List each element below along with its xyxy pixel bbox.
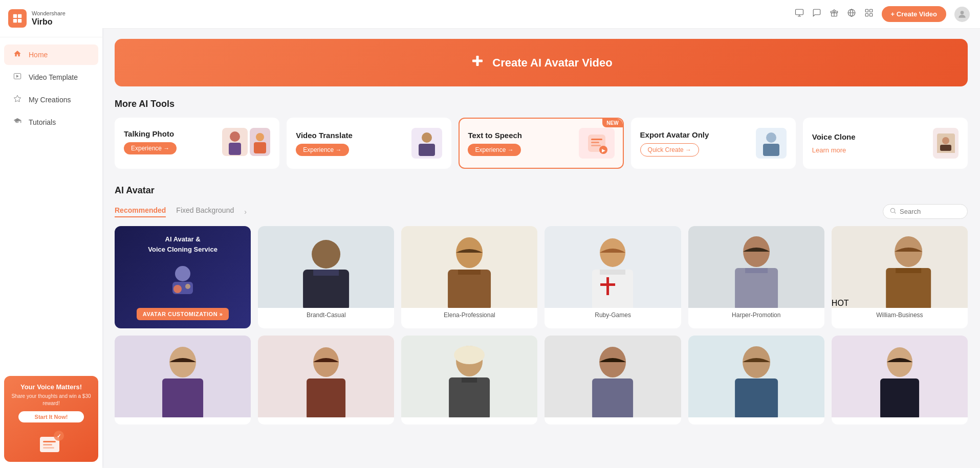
voice-clone-learn-more[interactable]: Learn more [812,146,846,154]
ai-tools-row: Talking Photo Experience → [115,118,968,171]
text-to-speech-card[interactable]: NEW Text to Speech Experience → [459,118,623,169]
tab-fixed-background[interactable]: Fixed Background [176,206,234,217]
create-ai-avatar-banner[interactable]: Create AI Avatar Video [115,39,968,86]
monitor-icon[interactable] [795,8,804,20]
svg-rect-6 [43,441,56,442]
avatar-card-brandt[interactable]: Brandt-Casual [258,226,394,328]
sidebar-label-home: Home [29,51,48,59]
avatar-name-elena: Elena-Professional [401,308,537,322]
svg-rect-59 [896,268,921,273]
svg-text:✓: ✓ [57,433,61,439]
svg-rect-69 [593,378,634,417]
svg-point-26 [422,132,432,143]
sidebar-item-home[interactable]: Home [4,44,98,65]
home-icon [12,50,23,60]
voice-clone-card[interactable]: Voice Clone Learn more [803,118,968,169]
avatar-name-brandt: Brandt-Casual [258,308,394,322]
message-icon[interactable] [812,8,821,20]
avatar-card-r2-2[interactable] [258,336,394,425]
avatar-card-r2-5[interactable] [688,336,824,425]
voice-banner-desc: Share your thoughts and win a $30 reward… [10,393,92,407]
svg-rect-56 [745,268,768,273]
svg-rect-61 [162,378,203,417]
avatar-name-r2-1 [115,417,251,425]
svg-rect-16 [869,9,872,12]
hero-plus-icon [470,53,485,72]
svg-rect-66 [449,377,490,417]
globe-icon[interactable] [847,8,856,20]
avatar-name-r2-2 [258,417,394,425]
avatar-card-harper[interactable]: Harper-Promotion [688,226,824,328]
avatar-brandt-img [258,226,394,308]
svg-point-41 [173,285,182,293]
talking-photo-button[interactable]: Experience → [124,142,177,154]
svg-rect-48 [458,270,481,275]
svg-rect-52 [607,277,609,295]
sidebar-logo: Wondershare Virbo [0,0,102,37]
tab-recommended[interactable]: Recommended [115,206,166,217]
promo-card-title: AI Avatar &Voice Cloning Service [123,234,243,254]
svg-point-19 [961,11,964,14]
svg-rect-53 [601,283,616,286]
avatar-card-r2-4[interactable] [545,336,681,425]
brand-name: Virbo [32,17,66,27]
avatar-card-elena[interactable]: Elena-Professional [401,226,537,328]
sidebar-item-my-creations[interactable]: My Creations [4,90,98,110]
gift-icon[interactable] [830,8,839,20]
svg-text:▶: ▶ [601,148,605,153]
svg-rect-37 [940,145,951,151]
video-translate-card[interactable]: Video Translate Experience → [287,118,451,169]
talking-photo-card[interactable]: Talking Photo Experience → [115,118,279,169]
svg-point-65 [454,346,485,364]
svg-rect-11 [795,9,803,15]
avatar-card-ruby[interactable]: Ruby-Games [545,226,681,328]
svg-point-24 [256,133,264,141]
promo-illustration [162,263,203,299]
svg-point-36 [942,137,949,144]
brand-top: Wondershare [32,10,66,17]
svg-rect-29 [591,139,602,140]
svg-rect-71 [735,378,778,417]
svg-rect-0 [13,14,17,18]
avatar-name-r2-5 [688,417,824,425]
avatar-section-header: Recommended Fixed Background › [115,204,968,219]
voice-matters-banner: Your Voice Matters! Share your thoughts … [4,376,98,462]
tabs-arrow[interactable]: › [244,208,247,216]
talking-photo-title: Talking Photo [124,129,177,138]
text-to-speech-button[interactable]: Experience → [468,144,520,156]
svg-point-34 [766,132,776,143]
avatar-card-r2-1[interactable] [115,336,251,425]
grid-icon[interactable] [864,8,874,20]
sidebar-item-video-template[interactable]: Video Template [4,67,98,87]
avatar-promo-card[interactable]: AI Avatar &Voice Cloning Service AVATAR … [115,226,251,328]
sidebar-label-tutorials: Tutorials [29,118,56,126]
avatar-elena-img [401,226,537,308]
avatar-card-r2-6[interactable] [832,336,968,425]
svg-rect-30 [591,142,599,143]
svg-point-43 [312,240,340,269]
promo-customization-button[interactable]: AVATAR CUSTOMIZATION » [137,308,229,320]
svg-rect-17 [865,14,868,16]
search-input[interactable] [900,208,961,215]
export-avatar-button[interactable]: Quick Create → [640,143,699,157]
tutorials-icon [12,117,23,127]
voice-banner-button[interactable]: Start It Now! [18,411,84,422]
svg-rect-7 [43,444,52,445]
user-avatar[interactable] [954,7,970,22]
topbar: + Create Video [102,0,980,29]
export-avatar-card[interactable]: Export Avatar Only Quick Create → [631,118,796,169]
svg-rect-21 [472,60,483,62]
avatar-grid-row2 [115,336,968,425]
svg-rect-50 [593,270,634,308]
svg-rect-27 [419,144,435,156]
logo-text: Wondershare Virbo [32,10,66,27]
sidebar-item-tutorials[interactable]: Tutorials [4,112,98,132]
avatar-card-william[interactable]: HOT William-Business [832,226,968,328]
svg-rect-63 [307,378,345,417]
create-video-button[interactable]: + Create Video [882,6,946,22]
svg-rect-51 [600,270,626,275]
svg-rect-58 [886,268,931,308]
svg-rect-3 [18,19,21,23]
avatar-card-r2-3[interactable] [401,336,537,425]
video-translate-button[interactable]: Experience → [296,144,349,156]
